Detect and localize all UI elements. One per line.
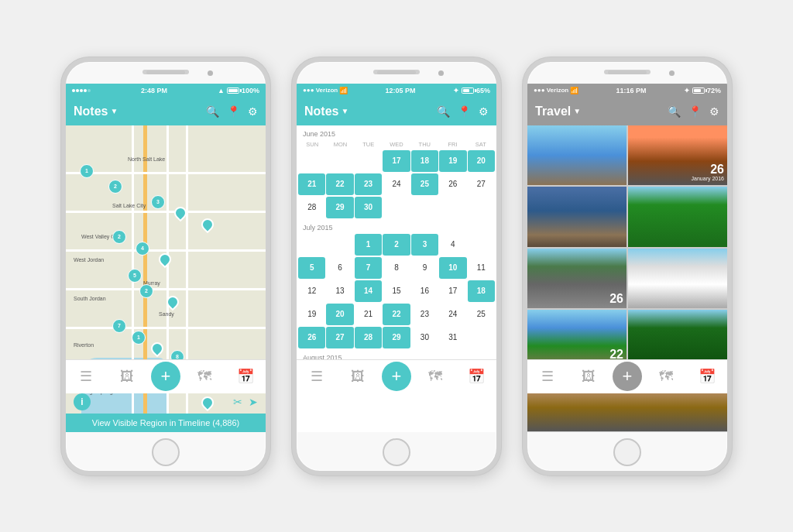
cal-day-j25[interactable]: 25 [468, 304, 495, 325]
phone-home-button[interactable] [152, 438, 180, 466]
map-pin-14[interactable] [149, 339, 166, 357]
search-icon-cal[interactable]: 🔍 [437, 105, 450, 118]
map-pin-3[interactable]: 3 [151, 195, 165, 209]
send-icon[interactable]: ➤ [249, 396, 258, 408]
tab-menu[interactable]: ☰ [69, 359, 103, 393]
gear-icon-photos[interactable]: ⚙ [709, 105, 719, 118]
tab-calendar-cal[interactable]: 📅 [459, 359, 493, 393]
cal-day-j2[interactable]: 2 [383, 234, 410, 256]
map-pin-8[interactable] [156, 250, 174, 268]
cal-day-j28[interactable]: 28 [355, 327, 382, 348]
photo-cell-5[interactable]: 26 [527, 249, 627, 309]
phone-home-button-3[interactable] [613, 438, 641, 466]
cal-day-21[interactable]: 21 [298, 173, 325, 195]
tab-map-cal[interactable]: 🗺 [418, 359, 452, 393]
cal-day-j20[interactable]: 20 [326, 304, 353, 325]
map-pin-5[interactable] [199, 215, 217, 233]
cal-day-26[interactable]: 26 [439, 173, 466, 195]
tab-map-photos[interactable]: 🗺 [649, 359, 683, 393]
cal-day-j14[interactable]: 14 [355, 280, 382, 302]
cal-day-j16[interactable]: 16 [411, 280, 438, 302]
cal-day-27[interactable]: 27 [468, 173, 495, 195]
tab-calendar-photos[interactable]: 📅 [690, 359, 724, 393]
cal-day-29[interactable]: 29 [326, 197, 353, 218]
cal-day-j3[interactable]: 3 [411, 234, 438, 256]
cal-day-24[interactable]: 24 [383, 173, 410, 195]
map-pin-7[interactable]: 4 [136, 242, 149, 256]
map-pin-12[interactable]: 7 [112, 319, 126, 333]
cal-day-j24[interactable]: 24 [439, 304, 466, 325]
battery-pct-photos: 72% [707, 87, 721, 94]
cal-day-j10[interactable]: 10 [439, 257, 466, 279]
cal-day-j8[interactable]: 8 [383, 257, 410, 279]
search-icon-photos[interactable]: 🔍 [668, 105, 681, 118]
cal-day-17[interactable]: 17 [383, 150, 410, 172]
cal-day-j17[interactable]: 17 [439, 280, 466, 302]
pin-icon[interactable]: 📍 [227, 105, 240, 118]
cal-day-28[interactable]: 28 [298, 197, 325, 218]
search-icon[interactable]: 🔍 [206, 105, 219, 118]
cal-day-j27[interactable]: 27 [326, 327, 353, 348]
map-pin-6[interactable]: 2 [112, 230, 126, 244]
tab-photos-photos[interactable]: 🖼 [572, 359, 606, 393]
photo-cell-6[interactable] [628, 249, 727, 309]
map-pin-1[interactable]: 1 [80, 164, 94, 178]
cal-day-25[interactable]: 25 [411, 173, 438, 195]
cal-day-j15[interactable]: 15 [383, 280, 410, 302]
cal-day-30[interactable]: 30 [355, 197, 382, 218]
cal-day-j7[interactable]: 7 [355, 257, 382, 279]
cal-day-j31[interactable]: 31 [439, 327, 466, 348]
tab-plus-photos[interactable]: + [613, 362, 642, 391]
tab-menu-photos[interactable]: ☰ [530, 359, 565, 393]
tab-plus-cal[interactable]: + [382, 362, 411, 391]
tab-photos-cal[interactable]: 🖼 [341, 359, 375, 393]
cal-day-j5[interactable]: 5 [298, 257, 325, 279]
map-pin-13[interactable]: 1 [132, 331, 146, 345]
cal-day-j22[interactable]: 22 [383, 304, 410, 325]
label-saltlakecity: Salt Lake City [112, 203, 146, 208]
cal-day-j13[interactable]: 13 [326, 280, 353, 302]
cal-day-j6[interactable]: 6 [326, 257, 353, 279]
cal-day-j9[interactable]: 9 [411, 257, 438, 279]
cal-day-20[interactable]: 20 [468, 150, 495, 172]
cal-day-23[interactable]: 23 [355, 173, 382, 195]
gear-icon-cal[interactable]: ⚙ [479, 105, 489, 118]
cal-days-header-june: SUN MON TUE WED THU FRI SAT [297, 139, 496, 149]
cal-day-j12[interactable]: 12 [298, 280, 325, 302]
photo-cell-2[interactable]: 26 January 2016 [628, 125, 727, 186]
tab-calendar[interactable]: 📅 [228, 359, 263, 393]
map-pin-2[interactable]: 2 [108, 180, 122, 194]
tab-bar-map: ☰ 🖼 + 🗺 📅 [66, 359, 266, 393]
cal-day-j29[interactable]: 29 [383, 327, 410, 348]
tab-photos[interactable]: 🖼 [110, 359, 144, 393]
cal-day-j1[interactable]: 1 [355, 234, 382, 256]
tab-menu-cal[interactable]: ☰ [300, 359, 334, 393]
scissors-icon[interactable]: ✂ [233, 396, 242, 408]
cal-day-j11[interactable]: 11 [468, 257, 495, 279]
cal-day-j4[interactable]: 4 [439, 234, 466, 256]
cal-day-18[interactable]: 18 [411, 150, 438, 172]
map-footer[interactable]: View Visible Region in Timeline (4,886) [66, 414, 266, 432]
map-pin-9[interactable]: 5 [128, 269, 142, 283]
pin-icon-cal[interactable]: 📍 [458, 105, 471, 118]
cal-day-19[interactable]: 19 [439, 150, 466, 172]
info-button[interactable]: i [74, 393, 91, 410]
gear-icon[interactable]: ⚙ [248, 105, 258, 118]
map-info-bar: i ✂ ➤ [66, 393, 266, 410]
cal-day-j23[interactable]: 23 [411, 304, 438, 325]
battery-fill-photos [694, 89, 701, 92]
tab-map[interactable]: 🗺 [187, 359, 221, 393]
tab-plus[interactable]: + [151, 362, 180, 391]
cal-day-j21[interactable]: 21 [355, 304, 382, 325]
phone-home-button-2[interactable] [383, 438, 410, 466]
map-pin-10[interactable]: 2 [139, 284, 153, 298]
cal-day-j19[interactable]: 19 [298, 304, 325, 325]
cal-day-j18[interactable]: 18 [468, 280, 495, 302]
photo-cell-3[interactable] [527, 187, 627, 247]
cal-day-22[interactable]: 22 [326, 173, 353, 195]
cal-day-j30[interactable]: 30 [411, 327, 438, 348]
photo-cell-4[interactable] [628, 187, 727, 247]
cal-day-j26[interactable]: 26 [298, 327, 325, 348]
pin-icon-photos[interactable]: 📍 [688, 105, 702, 118]
photo-cell-1[interactable] [527, 125, 627, 186]
